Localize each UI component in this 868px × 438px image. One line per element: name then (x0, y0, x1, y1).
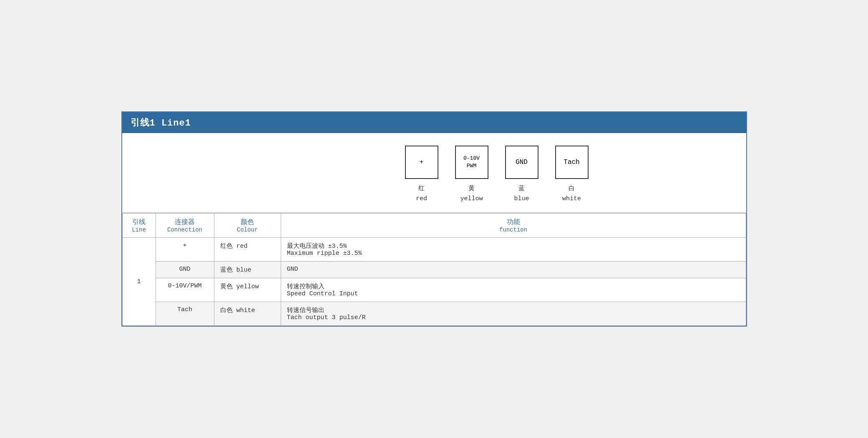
colour-white: 白色 white (214, 302, 281, 326)
box-pwm: 0-10VPWM (455, 146, 488, 179)
boxes-row: + 0-10VPWM GND Tach (405, 146, 589, 179)
table-row-plus: 1 + 红色 red 最大电压波动 ±3.5% Maximum ripple ±… (122, 238, 746, 262)
func-tach-zh: 转速信号输出 (287, 306, 740, 314)
colour-yellow: 黄色 yellow (214, 278, 281, 302)
conn-pwm-label: 0-10V/PWM (168, 282, 201, 289)
diagram-section: + 0-10VPWM GND Tach 红 red 黄 yellow 蓝 blu… (122, 133, 746, 213)
func-pwm: 转速控制输入 Speed Control Input (281, 278, 746, 302)
label-red-zh: 红 (418, 185, 425, 192)
labels-row: 红 red 黄 yellow 蓝 blue 白 white (405, 184, 589, 204)
col-colour-en: Colour (220, 227, 275, 233)
func-plus-en: Maximum ripple ±3.5% (287, 250, 740, 257)
colour-blue: 蓝色 blue (214, 262, 281, 278)
colour-red: 红色 red (214, 238, 281, 262)
func-plus: 最大电压波动 ±3.5% Maximum ripple ±3.5% (281, 238, 746, 262)
colour-white-en: white (236, 307, 255, 314)
col-func-en: function (287, 227, 740, 233)
col-line-zh: 引线 (128, 218, 150, 227)
label-white: 白 white (555, 184, 589, 204)
col-header-func: 功能 function (281, 214, 746, 238)
col-colour-zh: 颜色 (220, 218, 275, 227)
label-blue: 蓝 blue (505, 184, 538, 204)
label-yellow: 黄 yellow (455, 184, 488, 204)
table-row-gnd: GND 蓝色 blue GND (122, 262, 746, 278)
col-conn-zh: 连接器 (162, 218, 208, 227)
label-blue-en: blue (514, 195, 529, 202)
main-table: 引线 Line 连接器 Connection 颜色 Colour 功能 func… (122, 213, 746, 326)
colour-blue-en: blue (236, 267, 252, 274)
func-plus-zh: 最大电压波动 ±3.5% (287, 242, 740, 250)
box-gnd: GND (505, 146, 538, 179)
diagram-inner: + 0-10VPWM GND Tach 红 red 黄 yellow 蓝 blu… (405, 146, 589, 204)
conn-pwm: 0-10V/PWM (156, 278, 214, 302)
func-pwm-zh: 转速控制输入 (287, 282, 740, 290)
label-yellow-zh: 黄 (468, 185, 475, 192)
col-header-line: 引线 Line (122, 214, 156, 238)
colour-red-en: red (236, 243, 248, 250)
colour-blue-zh: 蓝色 (220, 267, 233, 274)
conn-gnd: GND (156, 262, 214, 278)
conn-plus-label: + (183, 242, 186, 249)
func-pwm-en: Speed Control Input (287, 290, 740, 297)
col-header-conn: 连接器 Connection (156, 214, 214, 238)
table-row-tach: Tach 白色 white 转速信号输出 Tach output 3 pulse… (122, 302, 746, 326)
colour-yellow-zh: 黄色 (220, 283, 233, 290)
colour-yellow-en: yellow (236, 283, 259, 290)
func-gnd: GND (281, 262, 746, 278)
func-tach-en: Tach output 3 pulse/R (287, 314, 740, 321)
col-header-colour: 颜色 Colour (214, 214, 281, 238)
table-section: 引线 Line 连接器 Connection 颜色 Colour 功能 func… (122, 213, 746, 326)
box-tach: Tach (555, 146, 589, 179)
page-title: 引线1 Line1 (131, 118, 191, 128)
label-white-zh: 白 (569, 185, 575, 192)
func-tach: 转速信号输出 Tach output 3 pulse/R (281, 302, 746, 326)
label-red: 红 red (405, 184, 438, 204)
label-blue-zh: 蓝 (518, 185, 525, 192)
conn-plus: + (156, 238, 214, 262)
colour-red-zh: 红色 (220, 243, 233, 250)
table-row-pwm: 0-10V/PWM 黄色 yellow 转速控制输入 Speed Control… (122, 278, 746, 302)
box-plus: + (405, 146, 438, 179)
title-bar: 引线1 Line1 (122, 112, 746, 133)
line-number: 1 (122, 238, 156, 326)
conn-tach-label: Tach (177, 306, 192, 313)
col-func-zh: 功能 (287, 218, 740, 227)
col-line-en: Line (128, 227, 150, 233)
label-yellow-en: yellow (460, 195, 483, 202)
table-header-row: 引线 Line 连接器 Connection 颜色 Colour 功能 func… (122, 214, 746, 238)
main-container: 引线1 Line1 + 0-10VPWM GND Tach 红 red 黄 ye… (121, 111, 747, 327)
colour-white-zh: 白色 (220, 307, 233, 314)
label-white-en: white (562, 195, 581, 202)
col-conn-en: Connection (162, 227, 208, 233)
func-gnd-zh: GND (287, 266, 740, 273)
label-red-en: red (416, 195, 427, 202)
conn-gnd-label: GND (179, 266, 190, 273)
conn-tach: Tach (156, 302, 214, 326)
